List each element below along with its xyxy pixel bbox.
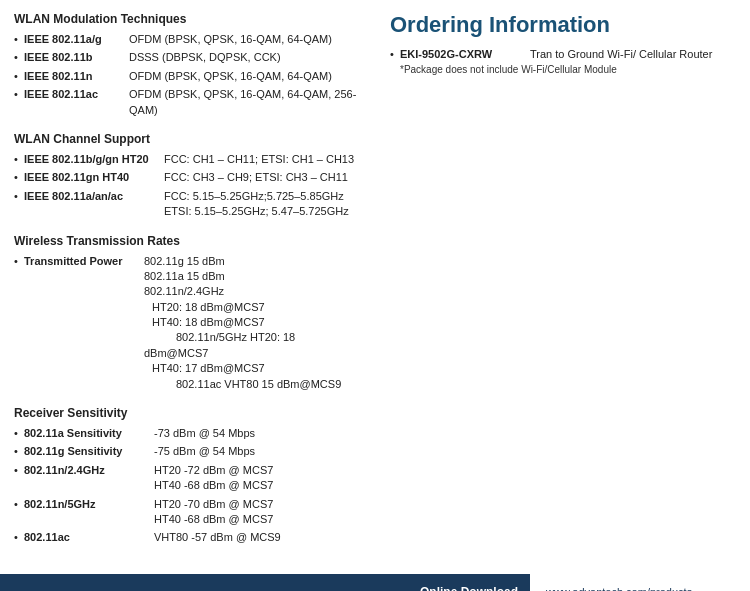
item-key: IEEE 802.11gn HT40 [24, 170, 164, 185]
list-item: IEEE 802.11b/g/gn HT20 FCC: CH1 – CH11; … [14, 152, 360, 167]
list-item: 802.11n/2.4GHz HT20 -72 dBm @ MCS7 HT40 … [14, 463, 360, 494]
item-val: HT20 -72 dBm @ MCS7 HT40 -68 dBm @ MCS7 [154, 463, 360, 494]
list-item: 802.11g Sensitivity -75 dBm @ 54 Mbps [14, 444, 360, 459]
item-key: IEEE 802.11n [24, 69, 129, 84]
list-item: IEEE 802.11a/g OFDM (BPSK, QPSK, 16-QAM,… [14, 32, 360, 47]
item-key: IEEE 802.11ac [24, 87, 129, 102]
footer-label: Online Download [408, 585, 530, 591]
modulation-list: IEEE 802.11a/g OFDM (BPSK, QPSK, 16-QAM,… [14, 32, 360, 118]
item-val: FCC: CH3 – CH9; ETSI: CH3 – CH11 [164, 170, 360, 185]
item-key: 802.11g Sensitivity [24, 444, 154, 459]
item-val: DSSS (DBPSK, DQPSK, CCK) [129, 50, 360, 65]
order-val: Tran to Ground Wi-Fi/ Cellular Router [530, 48, 712, 60]
list-item: IEEE 802.11gn HT40 FCC: CH3 – CH9; ETSI:… [14, 170, 360, 185]
sensitivity-list: 802.11a Sensitivity -73 dBm @ 54 Mbps 80… [14, 426, 360, 546]
list-item: IEEE 802.11b DSSS (DBPSK, DQPSK, CCK) [14, 50, 360, 65]
item-val: FCC: CH1 – CH11; ETSI: CH1 – CH13 [164, 152, 360, 167]
item-val: HT20 -70 dBm @ MCS7 HT40 -68 dBm @ MCS7 [154, 497, 360, 528]
ordering-list: EKI-9502G-CXRW Tran to Ground Wi-Fi/ Cel… [390, 48, 736, 60]
section-title-transmission: Wireless Transmission Rates [14, 234, 360, 248]
list-item: IEEE 802.11n OFDM (BPSK, QPSK, 16-QAM, 6… [14, 69, 360, 84]
section-title-modulation: WLAN Modulation Techniques [14, 12, 360, 26]
item-key: 802.11n/5GHz [24, 497, 154, 512]
transmission-list: Transmitted Power 802.11g 15 dBm 802.11a… [14, 254, 360, 393]
list-item: 802.11a Sensitivity -73 dBm @ 54 Mbps [14, 426, 360, 441]
ordering-item: EKI-9502G-CXRW Tran to Ground Wi-Fi/ Cel… [390, 48, 736, 60]
footer-bar: Online Download www.advantech.com/produc… [0, 574, 750, 591]
ordering-note: *Package does not include Wi-Fi/Cellular… [390, 64, 736, 75]
list-item: 802.11ac VHT80 -57 dBm @ MCS9 [14, 530, 360, 545]
item-key: 802.11n/2.4GHz [24, 463, 154, 478]
list-item: IEEE 802.11ac OFDM (BPSK, QPSK, 16-QAM, … [14, 87, 360, 118]
item-key: IEEE 802.11a/g [24, 32, 129, 47]
list-item: 802.11n/5GHz HT20 -70 dBm @ MCS7 HT40 -6… [14, 497, 360, 528]
right-column: Ordering Information EKI-9502G-CXRW Tran… [380, 12, 736, 550]
item-val: OFDM (BPSK, QPSK, 16-QAM, 64-QAM, 256-QA… [129, 87, 360, 118]
order-key: EKI-9502G-CXRW [400, 48, 530, 60]
item-key: 802.11a Sensitivity [24, 426, 154, 441]
item-val: -73 dBm @ 54 Mbps [154, 426, 360, 441]
item-key: IEEE 802.11b/g/gn HT20 [24, 152, 164, 167]
item-key: IEEE 802.11b [24, 50, 129, 65]
channel-list: IEEE 802.11b/g/gn HT20 FCC: CH1 – CH11; … [14, 152, 360, 220]
list-item: IEEE 802.11a/an/ac FCC: 5.15–5.25GHz;5.7… [14, 189, 360, 220]
section-title-channel: WLAN Channel Support [14, 132, 360, 146]
item-key: Transmitted Power [24, 254, 144, 269]
list-item: Transmitted Power 802.11g 15 dBm 802.11a… [14, 254, 360, 393]
item-val: FCC: 5.15–5.25GHz;5.725–5.85GHz ETSI: 5.… [164, 189, 360, 220]
ordering-title: Ordering Information [390, 12, 736, 38]
main-content: WLAN Modulation Techniques IEEE 802.11a/… [0, 0, 750, 591]
item-key: IEEE 802.11a/an/ac [24, 189, 164, 204]
footer-url: www.advantech.com/products [530, 574, 750, 591]
item-val: OFDM (BPSK, QPSK, 16-QAM, 64-QAM) [129, 69, 360, 84]
item-val: OFDM (BPSK, QPSK, 16-QAM, 64-QAM) [129, 32, 360, 47]
section-title-sensitivity: Receiver Sensitivity [14, 406, 360, 420]
item-val: -75 dBm @ 54 Mbps [154, 444, 360, 459]
item-key: 802.11ac [24, 530, 154, 545]
left-column: WLAN Modulation Techniques IEEE 802.11a/… [14, 12, 360, 550]
item-val: VHT80 -57 dBm @ MCS9 [154, 530, 360, 545]
item-val: 802.11g 15 dBm 802.11a 15 dBm 802.11n/2.… [144, 254, 360, 393]
